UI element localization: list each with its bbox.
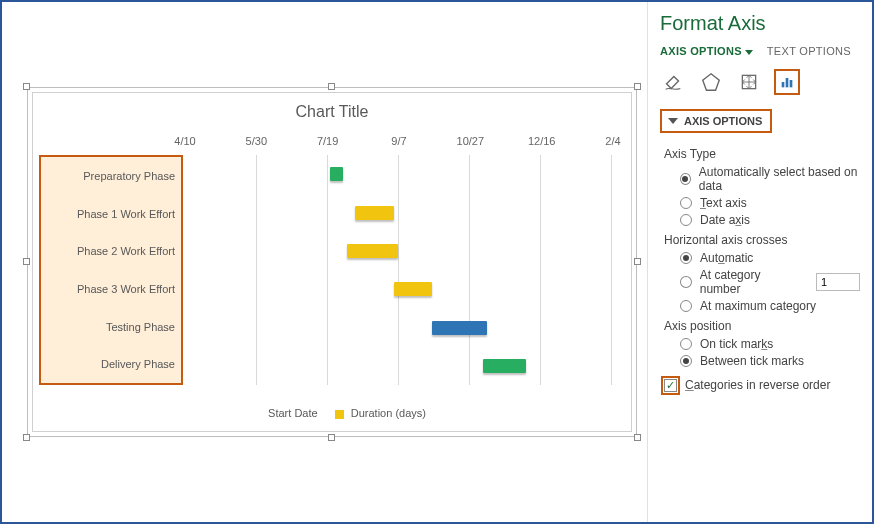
radio-axis-date[interactable]: Date axis: [680, 213, 860, 227]
gantt-bar[interactable]: [483, 359, 526, 373]
legend-swatch-duration: [335, 410, 344, 419]
axis-type-label: Axis Type: [664, 147, 860, 161]
radio-pos-on-label: On tick marks: [700, 337, 773, 351]
legend-label-startdate: Start Date: [268, 407, 318, 419]
y-category-label: Phase 2 Work Effort: [77, 245, 175, 257]
legend-label-duration: Duration (days): [351, 407, 426, 419]
radio-cross-at-max[interactable]: At maximum category: [680, 299, 860, 313]
checkbox-reverse-order-box[interactable]: [664, 379, 677, 392]
tab-axis-options-label: AXIS OPTIONS: [660, 45, 742, 57]
format-axis-pane: Format Axis AXIS OPTIONS TEXT OPTIONS A: [647, 2, 872, 522]
radio-pos-on[interactable]: On tick marks: [680, 337, 860, 351]
y-axis-category-labels[interactable]: Preparatory PhasePhase 1 Work EffortPhas…: [39, 155, 183, 385]
x-tick: 9/7: [391, 135, 406, 147]
radio-cross-auto[interactable]: Automatic: [680, 251, 860, 265]
cross-at-cat-input[interactable]: [816, 273, 860, 291]
chart-canvas: Chart Title 4/105/307/199/710/2712/162/4…: [2, 2, 647, 522]
x-axis[interactable]: 4/105/307/199/710/2712/162/4: [33, 135, 631, 153]
collapse-triangle-icon: [668, 118, 678, 124]
y-category-label: Phase 1 Work Effort: [77, 208, 175, 220]
radio-cross-at-max-label: At maximum category: [700, 299, 816, 313]
radio-cross-at-cat[interactable]: At category number: [680, 268, 860, 296]
gantt-bar[interactable]: [330, 167, 343, 181]
svg-rect-3: [786, 78, 789, 87]
x-tick: 4/10: [174, 135, 195, 147]
radio-pos-between[interactable]: Between tick marks: [680, 354, 860, 368]
gantt-bar[interactable]: [394, 282, 432, 296]
plot-area[interactable]: [185, 155, 611, 385]
chart-object[interactable]: Chart Title 4/105/307/199/710/2712/162/4…: [32, 92, 632, 432]
svg-rect-2: [782, 82, 785, 87]
radio-cross-at-cat-label: At category number: [700, 268, 802, 296]
y-category-label: Phase 3 Work Effort: [77, 283, 175, 295]
checkbox-reverse-order[interactable]: Categories in reverse order: [664, 378, 860, 392]
gantt-bar[interactable]: [347, 244, 398, 258]
chart-legend[interactable]: Start Date Duration (days): [33, 407, 631, 419]
radio-axis-auto-label: Automatically select based on data: [699, 165, 860, 193]
gantt-bar[interactable]: [432, 321, 487, 335]
gantt-bar[interactable]: [355, 206, 393, 220]
size-properties-icon[interactable]: [736, 69, 762, 95]
radio-axis-text[interactable]: Text axis: [680, 196, 860, 210]
x-tick: 10/27: [457, 135, 485, 147]
effects-icon[interactable]: [698, 69, 724, 95]
tab-axis-options[interactable]: AXIS OPTIONS: [660, 45, 753, 57]
x-tick: 2/4: [605, 135, 620, 147]
checkbox-reverse-order-label: Categories in reverse order: [685, 378, 830, 392]
x-tick: 7/19: [317, 135, 338, 147]
y-category-label: Delivery Phase: [101, 358, 175, 370]
pane-title: Format Axis: [660, 12, 860, 35]
x-tick: 12/16: [528, 135, 556, 147]
x-tick: 5/30: [246, 135, 267, 147]
radio-cross-auto-label: Automatic: [700, 251, 753, 265]
radio-axis-text-label: Text axis: [700, 196, 747, 210]
svg-marker-0: [703, 74, 720, 91]
crosses-label: Horizontal axis crosses: [664, 233, 860, 247]
y-category-label: Preparatory Phase: [83, 170, 175, 182]
fill-line-icon[interactable]: [660, 69, 686, 95]
svg-rect-4: [790, 80, 793, 87]
axis-options-icon[interactable]: [774, 69, 800, 95]
chart-title[interactable]: Chart Title: [33, 93, 631, 125]
tab-text-options[interactable]: TEXT OPTIONS: [767, 45, 851, 57]
section-axis-options[interactable]: AXIS OPTIONS: [660, 109, 772, 133]
radio-pos-between-label: Between tick marks: [700, 354, 804, 368]
radio-axis-date-label: Date axis: [700, 213, 750, 227]
axis-position-label: Axis position: [664, 319, 860, 333]
legend-swatch-startdate: [252, 410, 261, 419]
radio-axis-auto[interactable]: Automatically select based on data: [680, 165, 860, 193]
section-axis-options-label: AXIS OPTIONS: [684, 115, 762, 127]
y-category-label: Testing Phase: [106, 321, 175, 333]
